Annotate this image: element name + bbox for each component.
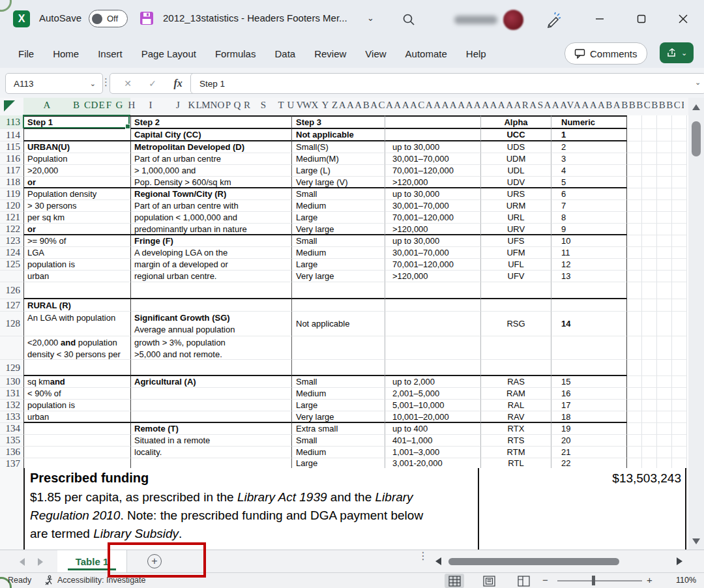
grid-cell-empty[interactable] (672, 360, 687, 376)
grid-cell-empty[interactable] (627, 224, 642, 235)
grid-cell[interactable]: Medium (291, 247, 385, 259)
grid-cell-empty[interactable] (642, 235, 657, 247)
grid-cell[interactable]: URM (480, 200, 551, 212)
grid-cell-empty[interactable] (657, 271, 672, 282)
grid-cell-empty[interactable] (657, 312, 672, 336)
name-box[interactable]: A113 ⌄ (5, 73, 103, 94)
grid-cell[interactable]: Agricultural (A) (130, 376, 291, 388)
grid-cell[interactable]: URS (480, 188, 551, 200)
grid-cell[interactable]: Medium(M) (291, 153, 385, 165)
grid-cell-empty[interactable] (627, 259, 642, 271)
grid-cell[interactable] (130, 360, 291, 376)
grid-cell[interactable]: 18 (551, 411, 627, 423)
grid-cell[interactable]: >= 90% of (23, 235, 130, 247)
select-all-icon[interactable] (4, 100, 15, 111)
grid-cell-empty[interactable] (627, 141, 642, 153)
grid-cell-empty[interactable] (657, 165, 672, 177)
grid-cell[interactable]: UCC (480, 129, 551, 141)
grid-cell-empty[interactable] (627, 336, 642, 360)
grid-cell[interactable]: <20,000 and populationdensity < 30 perso… (23, 336, 130, 360)
ribbon-tab-home[interactable]: Home (53, 48, 79, 59)
grid-cell-empty[interactable] (627, 247, 642, 259)
grid-cell-empty[interactable] (642, 435, 657, 447)
grid-cell[interactable]: An LGA with population (23, 312, 130, 336)
ribbon-tab-data[interactable]: Data (274, 48, 295, 59)
grid-cell-empty[interactable] (672, 141, 687, 153)
share-button[interactable]: ⌄ (660, 42, 694, 63)
grid-cell[interactable]: 10,001–20,000 (385, 411, 480, 423)
grid-cell[interactable]: 21 (551, 447, 627, 458)
column-header-R[interactable]: R (244, 100, 250, 111)
grid-cell[interactable]: Very large (V) (291, 177, 385, 188)
grid-cell[interactable] (23, 423, 130, 435)
grid-cell-empty[interactable] (657, 259, 672, 271)
grid-cell-empty[interactable] (627, 423, 642, 435)
grid-cell[interactable]: Very large (291, 224, 385, 235)
enter-icon[interactable]: ✓ (149, 78, 156, 89)
grid-cell[interactable] (551, 282, 627, 299)
grid-cell[interactable]: Step 3 (291, 115, 385, 129)
grid-cell[interactable] (551, 299, 627, 312)
grid-cell[interactable] (130, 299, 291, 312)
grid-cell-empty[interactable] (672, 247, 687, 259)
scroll-up-icon[interactable] (692, 104, 700, 110)
ribbon-tab-file[interactable]: File (18, 48, 34, 59)
grid-cell[interactable]: Small (291, 235, 385, 247)
row-header[interactable]: 118 (0, 177, 23, 188)
prescribed-funding-cell[interactable]: Prescribed funding $1.85 per capita, as … (23, 468, 686, 550)
grid-cell-empty[interactable] (642, 423, 657, 435)
column-header-W[interactable]: W (302, 100, 312, 111)
grid-cell[interactable]: Metropolitan Developed (D) (130, 141, 291, 153)
grid-cell[interactable] (130, 388, 291, 400)
column-header-I[interactable]: I (149, 100, 153, 111)
grid-cell[interactable]: Significant Growth (SG)Average annual po… (130, 312, 291, 336)
grid-cell[interactable] (130, 282, 291, 299)
grid-cell[interactable]: >120,000 (385, 271, 480, 282)
excel-app-icon[interactable]: X (13, 10, 30, 27)
grid-cell[interactable]: LGA (23, 247, 130, 259)
sheet-nav-right-icon[interactable] (38, 558, 43, 566)
grid-cell-empty[interactable] (672, 376, 687, 388)
grid-cell-empty[interactable] (657, 336, 672, 360)
grid-cell-empty[interactable] (642, 299, 657, 312)
column-header-A[interactable]: A (44, 100, 51, 111)
grid-cell-empty[interactable] (627, 360, 642, 376)
column-header-T[interactable]: T (278, 100, 284, 111)
grid-cell[interactable]: RAS (480, 376, 551, 388)
grid-cell[interactable]: Numeric (551, 115, 627, 129)
grid-cell-empty[interactable] (627, 435, 642, 447)
scroll-left-icon[interactable] (435, 557, 441, 565)
grid-cell-empty[interactable] (627, 153, 642, 165)
grid-cell-empty[interactable] (657, 200, 672, 212)
grid-cell[interactable]: 12 (551, 259, 627, 271)
grid-cell[interactable] (385, 336, 480, 360)
chevron-down-icon[interactable]: ⌄ (367, 13, 374, 23)
grid-cell[interactable]: or (23, 224, 130, 235)
column-header-X[interactable]: X (312, 100, 319, 111)
row-header[interactable]: 136 (0, 447, 23, 458)
grid-cell[interactable]: > 1,000,000 and (130, 165, 291, 177)
grid-cell-empty[interactable] (672, 312, 687, 336)
grid-cell[interactable] (23, 360, 130, 376)
grid-cell-empty[interactable] (642, 177, 657, 188)
grid-cell[interactable]: 17 (551, 400, 627, 411)
grid-cell[interactable]: RURAL (R) (23, 299, 130, 312)
grid-cell-empty[interactable] (672, 388, 687, 400)
grid-cell[interactable]: UDL (480, 165, 551, 177)
grid-cell-empty[interactable] (672, 115, 687, 129)
grid-cell[interactable]: 14 (551, 312, 627, 336)
grid-cell-empty[interactable] (672, 153, 687, 165)
grid-cell[interactable]: Large (291, 212, 385, 224)
grid-cell-empty[interactable] (642, 282, 657, 299)
grid-cell-empty[interactable] (627, 388, 642, 400)
grid-cell[interactable]: Extra small (291, 423, 385, 435)
grid-cell[interactable]: RTM (480, 447, 551, 458)
grid-cell[interactable]: 30,001–70,000 (385, 247, 480, 259)
vertical-scroll-thumb[interactable] (692, 121, 701, 156)
grid-cell-empty[interactable] (642, 129, 657, 141)
scroll-down-icon[interactable] (692, 538, 700, 544)
avatar[interactable] (503, 10, 523, 30)
grid-cell[interactable]: URBAN(U) (23, 141, 130, 153)
grid-cell-empty[interactable] (627, 282, 642, 299)
grid-cell[interactable]: UFL (480, 259, 551, 271)
